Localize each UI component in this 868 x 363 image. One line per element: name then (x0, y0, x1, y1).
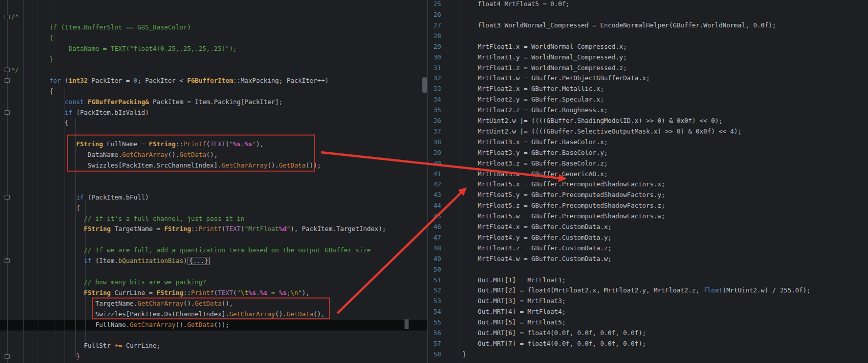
code-line[interactable]: const FGBufferPacking& PackItem = Item.P… (11, 97, 283, 108)
code-line[interactable]: { (11, 33, 53, 44)
code-line[interactable]: FullName.GetCharArray().GetData()); (11, 320, 229, 331)
left-scrollbar-thumb[interactable] (422, 77, 427, 93)
code-line[interactable]: MrtFloat4.w = GBuffer.CustomData.w; (462, 254, 612, 265)
line-number[interactable]: 34 (428, 94, 441, 105)
code-line[interactable]: // If we are full, add a quantization te… (11, 245, 370, 256)
line-number[interactable]: 51 (428, 275, 441, 286)
fold-marker-expanded-icon[interactable] (5, 78, 10, 83)
line-number[interactable]: 36 (428, 116, 441, 126)
code-line[interactable]: */ (11, 65, 19, 76)
line-number[interactable]: 26 (428, 10, 441, 20)
line-number[interactable]: 43 (428, 190, 441, 201)
line-number[interactable]: 25 (428, 0, 441, 10)
line-number[interactable]: 35 (428, 105, 441, 116)
line-number[interactable]: 50 (428, 265, 441, 275)
code-line[interactable]: Out.MRT[4] = MrtFloat4; (462, 307, 566, 317)
code-line[interactable]: // if it's a full channel, just pass it … (11, 214, 244, 224)
line-number[interactable]: 41 (428, 169, 441, 180)
code-line[interactable]: MrtFloat1.x = WorldNormal_Compressed.x; (462, 42, 627, 52)
code-line[interactable]: TargetName.GetCharArray().GetData(), (11, 299, 233, 309)
line-number[interactable]: 27 (428, 20, 441, 31)
line-number[interactable]: 29 (428, 42, 441, 52)
line-number[interactable]: 45 (428, 211, 441, 222)
line-number[interactable]: 55 (428, 317, 441, 328)
code-line[interactable]: // how many bits are we packing? (11, 277, 206, 288)
code-line[interactable]: DataName = TEXT("float4(0.25,.25,.25,.25… (11, 44, 237, 54)
code-line[interactable]: FString CurrLine = FString::Printf(TEXT(… (11, 288, 309, 299)
code-line[interactable]: MrtFloat2.y = GBuffer.Specular.x; (462, 94, 604, 105)
code-line[interactable]: MrtFloat4.y = GBuffer.CustomData.y; (462, 233, 612, 243)
line-number[interactable]: 46 (428, 222, 441, 233)
code-line[interactable]: float4 MrtFloat5 = 0.0f; (462, 0, 570, 10)
code-line[interactable]: MrtFloat1.w = GBuffer.PerObjectGBufferDa… (462, 73, 650, 84)
code-line[interactable]: Swizzles[PackItem.DstChannelIndex].GetCh… (11, 309, 325, 320)
code-line[interactable]: if (PackItem.bFull) (11, 192, 149, 203)
fold-marker-collapsed-plus-icon[interactable]: + (5, 258, 10, 263)
code-line[interactable]: if (PackItem.bIsValid) (11, 108, 149, 118)
code-line[interactable]: MrtUint2.w |= ((((GBuffer.SelectiveOutpu… (462, 126, 741, 137)
line-number[interactable]: 47 (428, 233, 441, 243)
code-line[interactable]: MrtFloat5.z = GBuffer.PrecomputedShadowF… (462, 201, 665, 211)
code-line[interactable]: MrtFloat1.y = WorldNormal_Compressed.y; (462, 52, 627, 63)
line-number[interactable]: 48 (428, 243, 441, 254)
code-line[interactable]: if (Item.BufferSlot == GBS_BaseColor) (11, 22, 191, 33)
line-number[interactable]: 30 (428, 52, 441, 63)
line-number[interactable]: 40 (428, 158, 441, 169)
right-editor-pane[interactable]: 25 float4 MrtFloat5 = 0.0f;2627 float3 W… (427, 0, 868, 363)
code-line[interactable]: MrtFloat4.z = GBuffer.CustomData.z; (462, 243, 612, 254)
line-number[interactable]: 56 (428, 328, 441, 339)
code-line[interactable]: float3 WorldNormal_Compressed = EncodeNo… (462, 20, 776, 31)
code-line[interactable]: if (Item.bQuantizationBias){...} (11, 256, 210, 267)
code-line[interactable]: { (11, 203, 80, 214)
code-line[interactable]: FullStr += CurrLine; (11, 341, 161, 351)
left-editor-pane[interactable]: +/* if (Item.BufferSlot == GBS_BaseColor… (0, 0, 427, 363)
code-line[interactable]: FString FullName = FString::Printf(TEXT(… (11, 139, 264, 150)
line-number[interactable]: 53 (428, 296, 441, 307)
code-line[interactable]: Out.MRT[5] = MrtFloat5; (462, 317, 566, 328)
line-number[interactable]: 49 (428, 254, 441, 265)
code-line[interactable]: MrtFloat5.x = GBuffer.PrecomputedShadowF… (462, 179, 665, 190)
code-line[interactable]: MrtFloat2.z = GBuffer.Roughness.x; (462, 105, 608, 116)
folded-region[interactable]: {...} (188, 257, 210, 265)
line-number[interactable]: 52 (428, 285, 441, 296)
fold-marker-expanded-icon[interactable] (5, 110, 10, 115)
line-number[interactable]: 42 (428, 179, 441, 190)
line-number[interactable]: 31 (428, 63, 441, 74)
fold-marker-expanded-icon[interactable] (5, 195, 10, 200)
fold-marker-expanded-icon[interactable] (5, 15, 10, 19)
line-number[interactable]: 39 (428, 148, 441, 158)
line-number[interactable]: 57 (428, 339, 441, 349)
code-line[interactable]: for (int32 PackIter = 0; PackIter < FGBu… (11, 76, 329, 86)
code-line[interactable]: MrtFloat3.w = GBuffer.GenericAO.x; (462, 169, 608, 180)
line-number[interactable]: 44 (428, 201, 441, 211)
fold-marker-expanded-icon[interactable] (5, 354, 10, 359)
code-line[interactable]: FString TargetName = FString::Printf(TEX… (11, 224, 386, 235)
code-line[interactable]: Out.MRT[3] = MrtFloat3; (462, 296, 566, 307)
line-number[interactable]: 33 (428, 84, 441, 94)
code-line[interactable]: MrtFloat4.x = GBuffer.CustomData.x; (462, 222, 612, 233)
line-number[interactable]: 38 (428, 137, 441, 148)
code-line[interactable]: { (11, 86, 53, 97)
code-line[interactable]: Out.MRT[1] = MrtFloat1; (462, 275, 566, 286)
code-line[interactable]: } (11, 54, 53, 65)
code-line[interactable]: MrtFloat5.y = GBuffer.PrecomputedShadowF… (462, 190, 665, 201)
code-line[interactable]: Out.MRT[7] = float4(0.0f, 0.0f, 0.0f, 0.… (462, 339, 646, 349)
code-line[interactable]: Out.MRT[2] = float4(MrtFloat2.x, MrtFloa… (462, 285, 811, 296)
code-line[interactable]: /* (11, 12, 19, 22)
code-line[interactable]: MrtFloat3.z = GBuffer.BaseColor.z; (462, 158, 608, 169)
line-number[interactable]: 54 (428, 307, 441, 317)
line-number[interactable]: 28 (428, 31, 441, 42)
code-line[interactable]: Swizzles[PackItem.SrcChannelIndex].GetCh… (11, 160, 321, 171)
code-line[interactable]: MrtUint2.w |= ((((GBuffer.ShadingModelID… (462, 116, 723, 126)
code-line[interactable]: } (462, 349, 467, 360)
line-number[interactable]: 58 (428, 349, 441, 360)
code-line[interactable]: MrtFloat5.w = GBuffer.PrecomputedShadowF… (462, 211, 665, 222)
code-line[interactable]: MrtFloat3.y = GBuffer.BaseColor.y; (462, 148, 608, 158)
code-line[interactable]: MrtFloat3.x = GBuffer.BaseColor.x; (462, 137, 608, 148)
code-line[interactable]: DataName.GetCharArray().GetData(), (11, 150, 218, 160)
code-line[interactable]: } (11, 351, 80, 362)
code-line[interactable]: { (11, 118, 69, 128)
fold-marker-expanded-end-icon[interactable] (5, 68, 10, 72)
line-number[interactable]: 37 (428, 126, 441, 137)
line-number[interactable]: 32 (428, 73, 441, 84)
